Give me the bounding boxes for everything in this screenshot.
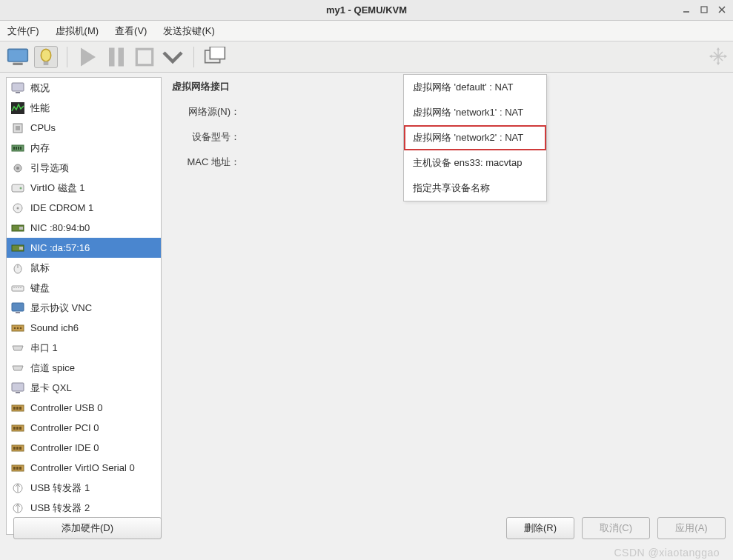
svg-marker-13 [724, 55, 727, 59]
controller-icon [11, 402, 24, 414]
sidebar-item-label: 键盘 [30, 281, 50, 295]
svg-rect-51 [16, 407, 19, 410]
toolbar [0, 41, 733, 73]
sidebar-item-cpus[interactable]: CPUs [7, 118, 161, 138]
svg-rect-7 [136, 49, 152, 64]
sidebar-item-label: IDE CDROM 1 [30, 202, 93, 213]
sidebar-item-label: 显卡 QXL [30, 381, 72, 395]
sidebar-item-ctrl-virtio[interactable]: Controller VirtIO Serial 0 [7, 458, 161, 478]
sidebar-item-ctrl-pci[interactable]: Controller PCI 0 [7, 418, 161, 438]
dropdown-option[interactable]: 指定共享设备名称 [404, 176, 546, 201]
sidebar-item-label: 引导选项 [30, 161, 69, 175]
apply-button[interactable]: 应用(A) [657, 517, 726, 539]
sidebar-item-boot[interactable]: 引导选项 [7, 158, 161, 178]
sidebar-item-label: Controller USB 0 [30, 402, 103, 413]
sidebar-item-channel[interactable]: 信道 spice [7, 358, 161, 378]
svg-marker-10 [717, 47, 720, 50]
svg-rect-41 [12, 303, 24, 311]
console-view-button[interactable] [6, 46, 30, 68]
display-icon [11, 302, 24, 314]
dropdown-option[interactable]: 虚拟网络 'network1' : NAT [404, 100, 546, 125]
sidebar-item-performance[interactable]: 性能 [7, 98, 161, 118]
svg-rect-22 [18, 147, 19, 150]
sidebar-item-label: Sound ich6 [30, 322, 79, 333]
dropdown-option[interactable]: 虚拟网络 'default' : NAT [404, 75, 546, 100]
sidebar-item-cdrom[interactable]: IDE CDROM 1 [7, 198, 161, 218]
add-hardware-button[interactable]: 添加硬件(D) [13, 517, 162, 539]
svg-rect-9 [210, 47, 225, 59]
svg-point-25 [16, 167, 19, 170]
svg-rect-4 [44, 61, 49, 65]
cpu-icon [11, 122, 24, 134]
menu-vm[interactable]: 虚拟机(M) [53, 23, 102, 39]
sidebar-item-label: NIC :da:57:16 [30, 242, 90, 253]
shutdown-button[interactable] [133, 46, 156, 68]
sidebar-item-label: 鼠标 [30, 261, 50, 275]
svg-rect-31 [19, 227, 23, 230]
sidebar-item-memory[interactable]: 内存 [7, 138, 161, 158]
cancel-button[interactable]: 取消(C) [582, 517, 650, 539]
mouse-icon [11, 262, 24, 274]
section-heading: 虚拟网络接口 [172, 79, 236, 93]
maximize-button[interactable] [697, 3, 711, 16]
svg-rect-48 [16, 392, 20, 393]
svg-marker-11 [717, 62, 720, 65]
sidebar-item-label: 性能 [30, 101, 50, 115]
serial-icon [11, 342, 24, 354]
disk-icon [11, 182, 24, 194]
sidebar-item-disk[interactable]: VirtIO 磁盘 1 [7, 178, 161, 198]
svg-rect-58 [13, 447, 16, 450]
remove-button[interactable]: 删除(R) [506, 517, 574, 539]
svg-marker-12 [709, 55, 712, 59]
sidebar-item-serial[interactable]: 串口 1 [7, 338, 161, 358]
svg-rect-40 [20, 287, 21, 288]
sidebar-item-ctrl-ide[interactable]: Controller IDE 0 [7, 438, 161, 458]
sidebar-item-display[interactable]: 显示协议 VNC [7, 298, 161, 318]
sidebar-item-label: Controller VirtIO Serial 0 [30, 462, 135, 473]
sidebar-item-overview[interactable]: 概况 [7, 78, 161, 98]
sidebar-item-sound[interactable]: Sound ich6 [7, 318, 161, 338]
details-view-button[interactable] [34, 46, 58, 68]
snapshots-button[interactable] [203, 46, 227, 68]
sidebar-item-nic2[interactable]: NIC :da:57:16 [7, 238, 161, 258]
svg-rect-47 [12, 383, 24, 391]
dropdown-option[interactable]: 主机设备 ens33: macvtap [404, 150, 546, 176]
svg-rect-42 [16, 312, 20, 313]
svg-point-3 [41, 50, 50, 62]
svg-rect-6 [119, 47, 125, 66]
sidebar-item-label: 内存 [30, 141, 50, 155]
shutdown-menu-button[interactable] [161, 46, 185, 68]
sidebar-item-keyboard[interactable]: 键盘 [7, 278, 161, 298]
close-button[interactable] [715, 3, 729, 16]
fullscreen-icon[interactable] [709, 47, 727, 65]
sound-icon [11, 322, 24, 334]
controller-icon [11, 462, 24, 474]
sidebar-item-usb-redir1[interactable]: USB 转发器 1 [7, 478, 161, 498]
svg-rect-62 [13, 467, 16, 470]
sidebar-item-label: VirtIO 磁盘 1 [30, 181, 84, 195]
nic-icon [11, 242, 24, 254]
svg-rect-54 [13, 427, 16, 430]
network-source-label: 网络源(N)： [172, 102, 246, 119]
menu-view[interactable]: 查看(V) [112, 23, 150, 39]
menu-file[interactable]: 文件(F) [4, 23, 42, 39]
svg-rect-56 [19, 427, 21, 430]
svg-point-27 [20, 187, 22, 189]
controller-icon [11, 442, 24, 454]
footer-bar: 添加硬件(D) 删除(R) 取消(C) 应用(A) [0, 513, 733, 544]
sidebar-item-label: CPUs [30, 122, 56, 133]
svg-rect-55 [16, 427, 19, 430]
svg-rect-5 [109, 47, 115, 66]
svg-rect-15 [16, 92, 20, 93]
dropdown-option-highlighted[interactable]: 虚拟网络 'network2' : NAT [404, 125, 546, 150]
sidebar-item-nic1[interactable]: NIC :80:94:b0 [7, 218, 161, 238]
minimize-button[interactable] [680, 3, 693, 16]
run-button[interactable] [76, 46, 100, 68]
sidebar-item-video[interactable]: 显卡 QXL [7, 378, 161, 398]
svg-rect-64 [19, 467, 21, 470]
menu-sendkey[interactable]: 发送按键(K) [160, 23, 217, 39]
sidebar-item-ctrl-usb[interactable]: Controller USB 0 [7, 398, 161, 418]
sidebar-item-mouse[interactable]: 鼠标 [7, 258, 161, 278]
pause-button[interactable] [105, 46, 128, 68]
content-area: 概况 性能 CPUs 内存 引导选项 VirtIO 磁盘 1 IDE CDROM… [0, 73, 733, 539]
